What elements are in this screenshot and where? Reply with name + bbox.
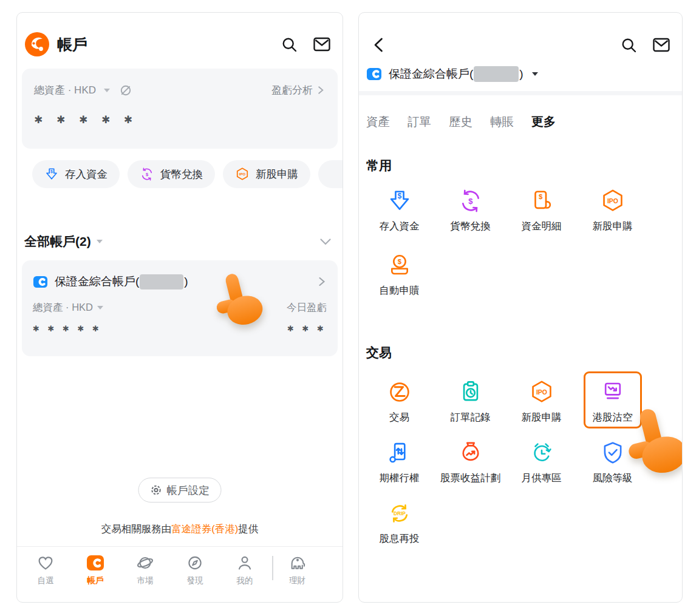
accounts-header-row: 全部帳戶(2) xyxy=(24,233,333,250)
gear-icon xyxy=(151,484,162,496)
collapse-chevron-icon[interactable] xyxy=(318,234,333,249)
grid-item-ipo-trade[interactable]: IPO 新股申購 xyxy=(506,379,577,424)
asset-currency-selector[interactable]: 總資產 · HKD xyxy=(34,83,132,97)
short-sell-icon xyxy=(600,379,626,405)
currency-exchange-icon: $ xyxy=(458,188,483,214)
svg-text:IPO: IPO xyxy=(536,388,547,396)
quick-actions-row: $ 存入資金 $ 貨幣兌換 IPO 新股申購 xyxy=(32,160,343,188)
pointer-hand-cursor xyxy=(209,271,265,334)
tab-transfer[interactable]: 轉賬 xyxy=(490,113,514,130)
tab-markets[interactable]: 市場 xyxy=(120,555,170,586)
service-disclaimer: 交易相關服務由富途證券(香港)提供 xyxy=(17,523,343,536)
total-assets-card: 總資產 · HKD 盈虧分析 ✱ ✱ ✱ ✱ ✱ xyxy=(22,69,338,149)
grid-item-stock-yield-plan[interactable]: 股票收益計劃 xyxy=(435,439,506,485)
quick-action-ipo[interactable]: IPO 新股申購 xyxy=(223,160,310,188)
ipo-icon: IPO xyxy=(235,167,250,181)
redacted-account-number xyxy=(474,66,519,82)
tab-history[interactable]: 歷史 xyxy=(449,113,472,130)
mail-icon[interactable] xyxy=(653,38,670,52)
monthly-plan-icon xyxy=(529,439,554,466)
total-assets-masked-value: ✱ ✱ ✱ ✱ ✱ xyxy=(34,113,326,126)
grid-item-ipo[interactable]: IPO 新股申購 xyxy=(577,188,648,233)
pointer-hand-cursor xyxy=(619,406,683,485)
svg-text:$: $ xyxy=(397,258,401,265)
tab-watchlist[interactable]: 自選 xyxy=(21,555,70,586)
account-settings-button[interactable]: 帳戶設定 xyxy=(138,478,222,503)
heart-icon xyxy=(37,555,54,571)
tab-wealth[interactable]: 理財 xyxy=(276,555,319,586)
account-name: 保證金綜合帳戶() xyxy=(389,66,523,82)
caret-down-icon xyxy=(97,306,103,310)
asset-label: 總資產 · HKD xyxy=(34,83,96,97)
chevron-right-icon xyxy=(315,85,326,95)
wallet-icon xyxy=(86,555,104,571)
account-more-screen: 保證金綜合帳戶() 資產 訂單 歷史 轉賬 更多 常用 $ 存入資金 xyxy=(358,12,683,603)
section-divider xyxy=(359,91,682,95)
trade-icon xyxy=(387,379,412,405)
common-grid: $ 存入資金 $ 貨幣兌換 $ 資金 xyxy=(364,188,648,297)
planet-icon xyxy=(137,555,154,571)
mail-icon[interactable] xyxy=(313,37,330,52)
auto-subscribe-icon: $ xyxy=(387,252,412,279)
deposit-icon: $ xyxy=(387,188,412,214)
account-screen: 帳戶 總資產 · HKD xyxy=(16,12,343,603)
tab-me[interactable]: 我的 xyxy=(220,555,270,586)
caret-down-icon xyxy=(97,240,103,243)
funds-detail-icon: $ xyxy=(529,188,554,214)
quick-action-label: 貨幣兌換 xyxy=(160,167,203,181)
tab-orders[interactable]: 訂單 xyxy=(407,113,431,130)
grid-item-order-history[interactable]: 訂單記錄 xyxy=(435,379,506,424)
grid-item-dividend-reinvest[interactable]: DRIP 股息再投 xyxy=(364,500,435,546)
svg-text:$: $ xyxy=(539,193,543,200)
ipo-icon: IPO xyxy=(529,379,554,405)
chevron-right-icon xyxy=(316,276,327,287)
broker-brand-link[interactable]: 富途證券(香港) xyxy=(171,523,238,534)
tab-assets[interactable]: 資產 xyxy=(366,113,390,130)
compass-icon xyxy=(186,555,203,571)
left-header: 帳戶 xyxy=(24,31,330,58)
settings-label: 帳戶設定 xyxy=(167,483,210,498)
stock-yield-plan-icon xyxy=(458,439,483,466)
account-selector[interactable]: 保證金綜合帳戶() xyxy=(366,66,538,82)
grid-item-auto-subscribe[interactable]: $ 自動申贖 xyxy=(364,252,435,297)
tabbar-divider xyxy=(272,556,273,580)
section-title-common: 常用 xyxy=(366,157,392,174)
ipo-icon: IPO xyxy=(600,188,626,214)
grid-item-exchange[interactable]: $ 貨幣兌換 xyxy=(435,188,506,233)
tab-discover[interactable]: 發現 xyxy=(170,555,220,586)
pl-analysis-link[interactable]: 盈虧分析 xyxy=(271,83,326,97)
account-type-icon xyxy=(366,66,382,82)
grid-item-funds-detail[interactable]: $ 資金明細 xyxy=(506,188,577,233)
card-masked-assets: ✱ ✱ ✱ ✱ ✱ xyxy=(33,324,102,333)
accounts-header[interactable]: 全部帳戶(2) xyxy=(24,233,91,250)
caret-down-icon xyxy=(104,89,110,92)
section-title-trade: 交易 xyxy=(366,344,392,361)
search-icon[interactable] xyxy=(621,37,637,53)
redacted-account-number xyxy=(140,274,183,289)
back-icon[interactable] xyxy=(371,36,388,53)
account-tabs: 資產 訂單 歷史 轉賬 更多 xyxy=(366,113,556,130)
margin-account-card[interactable]: 保證金綜合帳戶() 總資產 · HKD 今日盈虧 ✱ ✱ ✱ ✱ ✱ ✱ ✱ ✱ xyxy=(22,260,338,356)
search-icon[interactable] xyxy=(281,36,298,53)
tab-account[interactable]: 帳戶 xyxy=(70,555,120,586)
quick-action-label: 新股申購 xyxy=(256,167,298,181)
options-exercise-icon xyxy=(387,439,412,466)
grid-item-monthly-plan[interactable]: 月供專區 xyxy=(506,439,577,485)
quick-action-deposit[interactable]: $ 存入資金 xyxy=(32,160,120,188)
quick-action-exchange[interactable]: $ 貨幣兌換 xyxy=(128,160,215,188)
tab-more[interactable]: 更多 xyxy=(531,113,556,130)
svg-text:IPO: IPO xyxy=(239,172,246,176)
card-masked-pl: ✱ ✱ ✱ xyxy=(287,324,327,333)
svg-text:$: $ xyxy=(397,192,401,200)
grid-item-deposit[interactable]: $ 存入資金 xyxy=(364,188,435,233)
dividend-reinvest-icon: DRIP xyxy=(387,500,412,527)
card-asset-label[interactable]: 總資產 · HKD xyxy=(33,301,93,314)
grid-item-trade[interactable]: 交易 xyxy=(364,379,435,424)
quick-action-partial[interactable] xyxy=(318,160,343,188)
right-header xyxy=(371,32,670,58)
grid-item-options-exercise[interactable]: 期權行權 xyxy=(364,439,435,485)
pl-analysis-label: 盈虧分析 xyxy=(271,83,313,97)
svg-text:$: $ xyxy=(468,197,473,206)
eye-off-icon[interactable] xyxy=(119,84,132,97)
page-title: 帳戶 xyxy=(57,35,87,55)
